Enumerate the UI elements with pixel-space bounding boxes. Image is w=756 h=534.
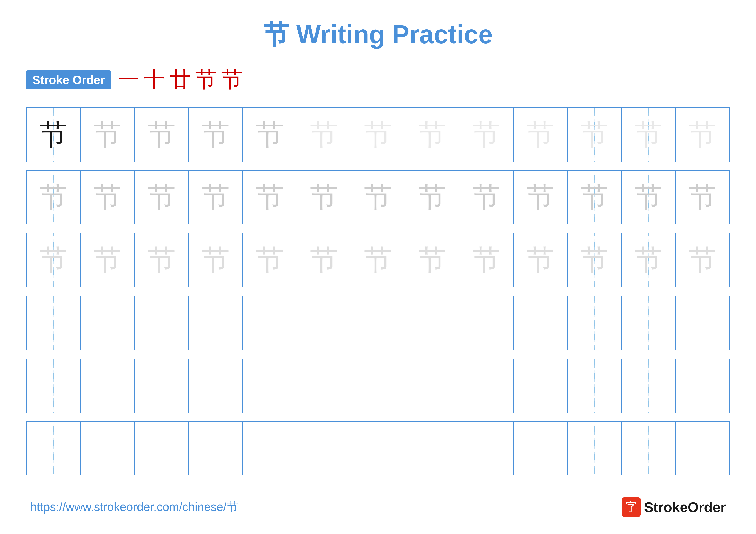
grid-cell[interactable]: 节 <box>26 233 80 287</box>
stroke-5: 节 <box>221 65 243 94</box>
practice-char: 节 <box>202 241 230 279</box>
grid-cell[interactable] <box>622 421 676 475</box>
grid-cell[interactable] <box>676 359 730 413</box>
grid-cell[interactable] <box>676 296 730 350</box>
grid-cell[interactable] <box>513 296 567 350</box>
grid-cell[interactable] <box>134 296 189 350</box>
grid-cell[interactable]: 节 <box>243 170 297 224</box>
grid-cell[interactable]: 节 <box>676 108 730 162</box>
grid-cell[interactable] <box>351 296 405 350</box>
grid-cell[interactable]: 节 <box>567 170 622 224</box>
practice-char: 节 <box>364 241 392 279</box>
grid-cell[interactable] <box>80 296 134 350</box>
grid-cell[interactable] <box>622 296 676 350</box>
practice-char: 节 <box>472 116 500 154</box>
logo-name: StrokeOrder <box>644 499 726 515</box>
grid-cell[interactable]: 节 <box>622 170 676 224</box>
grid-cell[interactable] <box>351 421 405 475</box>
grid-cell[interactable]: 节 <box>80 170 134 224</box>
grid-cell[interactable]: 节 <box>243 233 297 287</box>
grid-cell[interactable]: 节 <box>351 170 405 224</box>
grid-cell[interactable] <box>80 421 134 475</box>
practice-char: 节 <box>418 179 446 216</box>
practice-char: 节 <box>364 179 392 216</box>
grid-cell[interactable]: 节 <box>189 233 243 287</box>
practice-char: 节 <box>364 116 392 154</box>
grid-cell[interactable]: 节 <box>134 108 189 162</box>
grid-cell[interactable] <box>243 296 297 350</box>
practice-char: 节 <box>40 179 68 216</box>
grid-cell[interactable] <box>405 359 459 413</box>
practice-char: 节 <box>256 179 284 216</box>
grid-cell[interactable]: 节 <box>676 170 730 224</box>
practice-char: 节 <box>310 241 338 279</box>
practice-char: 节 <box>202 179 230 216</box>
practice-char: 节 <box>310 179 338 216</box>
grid-cell[interactable]: 节 <box>513 170 567 224</box>
grid-cell[interactable]: 节 <box>622 108 676 162</box>
grid-cell[interactable] <box>297 359 351 413</box>
grid-cell[interactable]: 节 <box>459 108 513 162</box>
grid-cell[interactable]: 节 <box>405 170 459 224</box>
grid-cell[interactable]: 节 <box>26 108 80 162</box>
grid-cell[interactable]: 节 <box>297 170 351 224</box>
grid-cell[interactable] <box>243 359 297 413</box>
grid-cell[interactable] <box>26 421 80 475</box>
grid-cell[interactable] <box>26 296 80 350</box>
stroke-3: 廿 <box>169 65 191 94</box>
grid-cell[interactable]: 节 <box>459 233 513 287</box>
grid-cell[interactable] <box>26 359 80 413</box>
grid-cell[interactable] <box>567 296 622 350</box>
grid-cell[interactable]: 节 <box>134 170 189 224</box>
stroke-order-section: Stroke Order 一 十 廿 节 节 <box>26 65 730 94</box>
grid-cell[interactable]: 节 <box>622 233 676 287</box>
grid-cell[interactable]: 节 <box>351 233 405 287</box>
grid-cell[interactable]: 节 <box>405 233 459 287</box>
grid-cell[interactable] <box>189 296 243 350</box>
grid-cell[interactable] <box>622 359 676 413</box>
grid-cell[interactable] <box>405 421 459 475</box>
logo-icon: 字 <box>622 497 641 517</box>
grid-cell[interactable] <box>297 421 351 475</box>
grid-cell[interactable] <box>134 359 189 413</box>
grid-cell[interactable]: 节 <box>405 108 459 162</box>
grid-cell[interactable] <box>243 421 297 475</box>
grid-cell[interactable] <box>567 359 622 413</box>
grid-cell[interactable]: 节 <box>567 233 622 287</box>
grid-cell[interactable] <box>459 296 513 350</box>
grid-cell[interactable]: 节 <box>351 108 405 162</box>
grid-cell[interactable] <box>513 359 567 413</box>
grid-cell[interactable] <box>459 421 513 475</box>
practice-char: 节 <box>94 116 122 154</box>
grid-cell[interactable]: 节 <box>513 108 567 162</box>
grid-cell[interactable]: 节 <box>189 170 243 224</box>
grid-cell[interactable] <box>189 421 243 475</box>
grid-cell[interactable]: 节 <box>26 170 80 224</box>
grid-cell[interactable] <box>405 296 459 350</box>
grid-cell[interactable]: 节 <box>297 233 351 287</box>
grid-cell[interactable] <box>134 421 189 475</box>
grid-cell[interactable]: 节 <box>243 108 297 162</box>
grid-cell[interactable] <box>80 359 134 413</box>
grid-cell[interactable]: 节 <box>513 233 567 287</box>
practice-char: 节 <box>94 179 122 216</box>
grid-cell[interactable]: 节 <box>297 108 351 162</box>
grid-cell[interactable] <box>189 359 243 413</box>
grid-cell[interactable] <box>676 421 730 475</box>
grid-cell[interactable]: 节 <box>134 233 189 287</box>
footer-url[interactable]: https://www.strokeorder.com/chinese/节 <box>30 499 238 515</box>
grid-cell[interactable] <box>513 421 567 475</box>
grid-cell[interactable]: 节 <box>676 233 730 287</box>
practice-char: 节 <box>40 116 68 154</box>
practice-char: 节 <box>580 179 608 216</box>
grid-cell[interactable] <box>351 359 405 413</box>
grid-cell[interactable]: 节 <box>189 108 243 162</box>
grid-cell[interactable]: 节 <box>80 233 134 287</box>
grid-cell[interactable]: 节 <box>567 108 622 162</box>
grid-cell[interactable] <box>297 296 351 350</box>
grid-cell[interactable] <box>459 359 513 413</box>
page-title: 节 Writing Practice <box>263 20 493 49</box>
grid-cell[interactable]: 节 <box>80 108 134 162</box>
grid-cell[interactable] <box>567 421 622 475</box>
grid-cell[interactable]: 节 <box>459 170 513 224</box>
